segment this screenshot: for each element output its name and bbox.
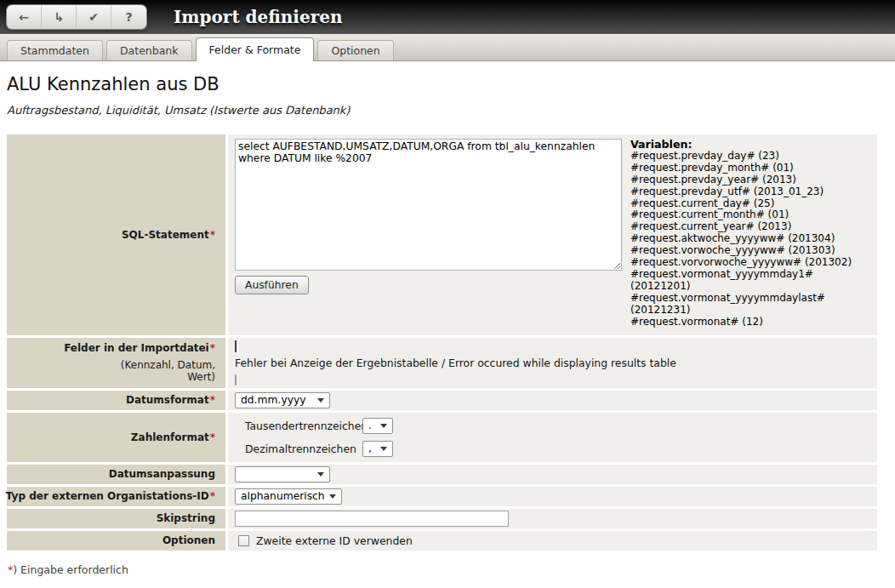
options-label: Optionen <box>7 531 225 551</box>
variable-item: #request.prevday_month# (01) <box>630 163 870 174</box>
import-fields-label: Felder in der Importdatei* (Kennzahl, Da… <box>7 338 225 388</box>
import-fields-sublabel: (Kennzahl, Datum, Wert) <box>111 359 215 384</box>
second-external-id-checkbox[interactable] <box>238 535 249 546</box>
variable-item: #request.vorwoche_yyyyww# (201303) <box>630 245 870 257</box>
sql-editor-area: select AUFBESTAND,UMSATZ,DATUM,ORGA from… <box>235 139 622 294</box>
results-table-error-message: Fehler bei Anzeige der Ergebnistabelle /… <box>235 357 676 369</box>
variable-item: #request.vorvorwoche_yyyyww# (201302) <box>630 257 870 269</box>
import-fields-cell: Fehler bei Anzeige der Ergebnistabelle /… <box>228 338 877 388</box>
thousands-separator-select[interactable]: . <box>362 418 393 434</box>
external-org-id-type-select[interactable]: alphanumerisch <box>235 488 342 505</box>
thousands-separator-label: Tausendertrennzeichen <box>245 420 362 432</box>
tab-optionen[interactable]: Optionen <box>317 40 393 60</box>
required-marker: * <box>210 431 215 443</box>
required-footnote: *) Eingabe erforderlich <box>7 563 895 576</box>
skipstring-label: Skipstring <box>7 509 225 528</box>
variable-item: #request.prevday_utf# (2013_01_23) <box>630 186 870 198</box>
variable-item: #request.aktwoche_yyyyww# (201304) <box>630 233 870 245</box>
sql-statement-cell: select AUFBESTAND,UMSATZ,DATUM,ORGA from… <box>228 134 877 335</box>
text-cursor-bar <box>235 340 237 352</box>
second-external-id-option: Zweite externe ID verwenden <box>238 534 413 547</box>
checkmark-icon: ✔ <box>88 10 99 24</box>
skipstring-row: Skipstring <box>7 509 877 528</box>
required-marker: * <box>210 490 215 502</box>
import-define-window: ← ↳ ✔ ? Import definieren Stammdaten Dat… <box>0 0 895 588</box>
options-cell: Zweite externe ID verwenden <box>228 531 877 551</box>
help-button[interactable]: ? <box>111 5 146 29</box>
external-org-id-type-cell: alphanumerisch <box>228 487 877 506</box>
external-org-id-type-row: Typ der externen Organistations-ID* alph… <box>7 487 877 506</box>
variable-item: #request.current_day# (25) <box>630 198 870 210</box>
variable-item: #request.prevday_year# (2013) <box>630 174 870 186</box>
variable-item: #request.vormonat_yyyymmdaylast# (201212… <box>630 293 870 317</box>
external-org-id-type-label: Typ der externen Organistations-ID* <box>7 487 225 506</box>
required-marker: * <box>210 394 215 406</box>
date-adjustment-row: Datumsanpassung <box>7 465 877 484</box>
tab-stammdaten[interactable]: Stammdaten <box>7 40 103 60</box>
chevron-down-icon <box>329 494 336 499</box>
chevron-down-icon <box>380 424 387 428</box>
variables-title: Variablen: <box>630 139 870 151</box>
thousands-separator-line: Tausendertrennzeichen . <box>245 418 393 434</box>
date-adjustment-cell <box>228 465 877 484</box>
tab-datenbank[interactable]: Datenbank <box>106 40 192 60</box>
tab-felder-formate[interactable]: Felder & Formate <box>196 37 315 61</box>
skipstring-input[interactable] <box>235 511 509 527</box>
back-button[interactable]: ← <box>7 5 42 29</box>
title-bar: ← ↳ ✔ ? Import definieren <box>0 0 895 34</box>
decimal-separator-select[interactable]: , <box>362 441 393 457</box>
decimal-separator-line: Dezimaltrennzeichen , <box>245 441 393 457</box>
sql-statement-textarea[interactable]: select AUFBESTAND,UMSATZ,DATUM,ORGA from… <box>235 139 622 271</box>
number-format-label: Zahlenformat* <box>7 413 225 462</box>
skipstring-cell <box>228 509 877 528</box>
options-row: Optionen Zweite externe ID verwenden <box>7 531 877 551</box>
date-format-select[interactable]: dd.mm.yyyy <box>235 392 330 408</box>
chevron-down-icon <box>380 447 387 451</box>
window-title: Import definieren <box>174 7 343 27</box>
question-mark-icon: ? <box>125 10 132 24</box>
variable-item: #request.vormonat_yyyymmday1# (20121201) <box>630 269 870 293</box>
text-cursor-bar-light <box>235 374 237 385</box>
variable-item: #request.vormonat# (12) <box>630 317 870 328</box>
variable-item: #request.prevday_day# (23) <box>630 151 870 163</box>
required-marker: * <box>210 342 215 354</box>
execute-button[interactable]: Ausführen <box>235 276 309 294</box>
forward-button[interactable]: ↳ <box>42 5 77 29</box>
toolbar-button-group: ← ↳ ✔ ? <box>7 5 146 29</box>
variables-panel: Variablen: #request.prevday_day# (23) #r… <box>630 139 870 328</box>
date-adjustment-select[interactable] <box>235 466 330 482</box>
required-marker: * <box>210 229 215 241</box>
second-external-id-label: Zweite externe ID verwenden <box>256 534 413 547</box>
tab-bar: Stammdaten Datenbank Felder & Formate Op… <box>0 34 895 61</box>
decimal-separator-label: Dezimaltrennzeichen <box>245 442 362 455</box>
import-form: SQL-Statement* select AUFBESTAND,UMSATZ,… <box>7 134 877 551</box>
sql-statement-row: SQL-Statement* select AUFBESTAND,UMSATZ,… <box>7 134 877 335</box>
date-format-label: Datumsformat* <box>7 391 225 410</box>
page-title: ALU Kennzahlen aus DB <box>7 74 895 94</box>
import-fields-row: Felder in der Importdatei* (Kennzahl, Da… <box>7 338 877 388</box>
date-format-row: Datumsformat* dd.mm.yyyy <box>7 391 877 410</box>
page-subtitle: Auftragsbestand, Liquidität, Umsatz (Ist… <box>7 104 895 117</box>
chevron-down-icon <box>317 472 324 477</box>
date-format-cell: dd.mm.yyyy <box>228 391 877 410</box>
confirm-button[interactable]: ✔ <box>77 5 111 29</box>
number-format-cell: Tausendertrennzeichen . Dezimaltrennzeic… <box>228 413 877 462</box>
sql-statement-label: SQL-Statement* <box>7 134 225 335</box>
date-adjustment-label: Datumsanpassung <box>7 465 225 484</box>
forward-arrow-icon: ↳ <box>54 10 64 24</box>
number-format-row: Zahlenformat* Tausendertrennzeichen . De… <box>7 413 877 462</box>
variable-item: #request.current_year# (2013) <box>630 221 870 233</box>
variable-item: #request.current_month# (01) <box>630 209 870 221</box>
chevron-down-icon <box>317 398 324 402</box>
back-arrow-icon: ← <box>19 10 29 24</box>
